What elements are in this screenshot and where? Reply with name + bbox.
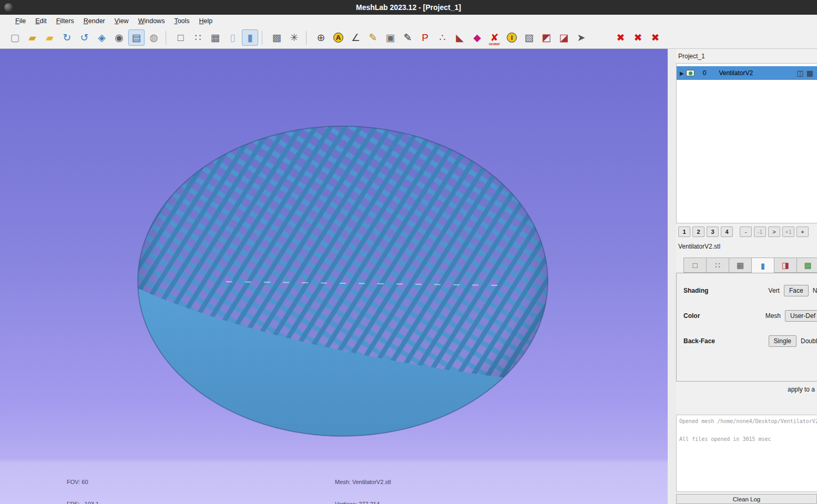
select-vertices-icon[interactable]: ∴ (434, 29, 451, 46)
delete-all-icon[interactable]: ✖ (647, 29, 663, 46)
tab-render-wire[interactable]: ▦ (729, 258, 751, 273)
layer-nav-button-minus-one[interactable]: -1 (754, 227, 766, 237)
render-texture-icon[interactable]: ▩ (269, 29, 285, 46)
render-properties-box: Shading Vert Face No Color Mesh User-Def… (676, 273, 817, 382)
shading-label: Shading (683, 287, 708, 294)
open-mesh-icon[interactable]: ▰ (42, 29, 58, 46)
layer-row[interactable]: ▶ 0 VentilatorV2 ◫▦ (677, 66, 817, 80)
layer-nav-button-1[interactable]: 1 (678, 227, 690, 237)
3d-viewport[interactable]: FOV: 60 FPS: 103.1 BO_RENDERING Mesh: Ve… (0, 49, 668, 504)
select-connected-icon[interactable]: ◩ (538, 29, 555, 46)
layer-name: VentilatorV2 (719, 69, 753, 77)
tab-render-points[interactable]: ∷ (706, 258, 729, 273)
menu-item-windows[interactable]: Windows (134, 16, 170, 26)
vertex-paint-icon[interactable]: ◆ (469, 29, 485, 46)
render-mode-tabs: □∷▦▮◨▩ (683, 258, 817, 273)
apply-to-all-label[interactable]: apply to a (788, 386, 815, 393)
trackball-icon[interactable]: ⊕ (313, 29, 329, 46)
layer-nav-button-plus-one[interactable]: +1 (782, 227, 794, 237)
new-project-icon[interactable]: ▢ (7, 29, 23, 46)
measure-tool-icon[interactable]: ∠ (348, 29, 364, 46)
color-row: Color Mesh User-Def (677, 309, 817, 323)
layer-nav-button-minus[interactable]: - (740, 227, 752, 237)
menu-item-help[interactable]: Help (195, 16, 218, 26)
menu-item-edit[interactable]: Edit (30, 16, 52, 26)
tab-render-solid[interactable]: ▮ (751, 258, 774, 273)
reload-all-icon[interactable]: ↺ (76, 29, 93, 46)
georef-icon[interactable]: ✘GEOREF (486, 29, 503, 46)
window-title: MeshLab 2023.12 - [Project_1] (356, 3, 461, 12)
layer-nav-button-plus[interactable]: + (796, 227, 809, 237)
hud-vertices: Vertices: 277,214 (335, 500, 391, 504)
copy-camera-icon[interactable]: ▣ (382, 29, 399, 46)
title-bar: MeshLab 2023.12 - [Project_1] (0, 0, 817, 15)
mesh-flags-wire-icon[interactable]: ▦ (806, 69, 813, 77)
menu-item-file[interactable]: File (11, 16, 30, 26)
pdf-export-icon[interactable]: P (417, 29, 433, 46)
tab-render-raster[interactable]: ▩ (796, 258, 817, 273)
shading-vert-option[interactable]: Vert (769, 287, 780, 294)
panel-splitter[interactable] (668, 49, 676, 504)
pick-arrow-icon[interactable]: ➤ (573, 29, 589, 46)
mesh-render (0, 49, 668, 504)
render-wireframe-icon[interactable]: ▦ (207, 29, 223, 46)
layer-list: ▶ 0 VentilatorV2 ◫▦ (676, 63, 817, 223)
toolbar: ▢▰▰↻↺◈◉▤◍□∷▦▯▮▩✳⊕A∠✎▣✎P∴◣◆✘GEOREFi▧◩◪➤✖✖… (0, 27, 817, 49)
menu-item-tools[interactable]: Tools (169, 16, 194, 26)
hud-fov: FOV: 60 (67, 478, 113, 486)
select-faces-icon[interactable]: ◣ (452, 29, 468, 46)
layer-panel: Project_1 ▶ 0 VentilatorV2 ◫▦ 1234--1>+1… (676, 49, 817, 504)
render-smooth-icon[interactable]: ▮ (242, 29, 258, 46)
open-project-icon[interactable]: ▰ (24, 29, 40, 46)
select-rect-icon[interactable]: ▧ (521, 29, 537, 46)
delete-current-raster-icon[interactable]: ✖ (630, 29, 646, 46)
layer-nav-button-2[interactable]: 2 (692, 227, 704, 237)
backface-row: Back-Face Single Double (677, 334, 817, 348)
color-label: Color (683, 312, 700, 320)
backface-single-button[interactable]: Single (769, 335, 796, 347)
save-mesh-icon[interactable]: ◈ (94, 29, 110, 46)
show-axis-icon[interactable]: ✳ (286, 29, 302, 46)
layer-index: 0 (703, 69, 707, 77)
layer-visibility-icon[interactable] (686, 70, 695, 76)
reload-mesh-icon[interactable]: ↻ (59, 29, 75, 46)
tab-render-quality[interactable]: ◨ (774, 258, 796, 273)
select-inverse-icon[interactable]: ◪ (556, 29, 572, 46)
shading-none-option[interactable]: No (813, 287, 817, 294)
mesh-object (84, 126, 557, 504)
render-bbox-icon[interactable]: □ (172, 29, 189, 46)
menu-item-render[interactable]: Render (79, 16, 110, 26)
paint-brush-icon[interactable]: ✎ (400, 29, 416, 46)
app-icon (4, 3, 13, 12)
show-layer-dialog-icon[interactable]: ▤ (128, 29, 145, 46)
layer-nav-button-next[interactable]: > (768, 227, 780, 237)
menu-item-view[interactable]: View (110, 16, 134, 26)
point-picking-icon[interactable]: ✎ (365, 29, 381, 46)
clean-log-button[interactable]: Clean Log (676, 494, 817, 504)
hud-mesh-name: Mesh: VentilatorV2.stl (335, 478, 391, 486)
color-userdef-button[interactable]: User-Def (785, 310, 817, 322)
menu-bar: FileEditFiltersRenderViewWindowsToolsHel… (0, 15, 817, 27)
shading-row: Shading Vert Face No (677, 284, 817, 297)
menu-item-filters[interactable]: Filters (52, 16, 79, 26)
mesh-file-label: VentilatorV2.stl (678, 243, 720, 250)
text-annotation-icon[interactable]: A (330, 29, 346, 46)
layer-nav-buttons: 1234--1>+1+ (676, 227, 817, 237)
save-snapshot-icon[interactable]: ◉ (111, 29, 127, 46)
tab-render-bbox[interactable]: □ (683, 258, 706, 273)
shading-face-button[interactable]: Face (784, 285, 809, 296)
expand-arrow-icon[interactable]: ▶ (680, 70, 684, 76)
layer-nav-button-4[interactable]: 4 (721, 227, 733, 237)
layer-nav-button-3[interactable]: 3 (707, 227, 719, 237)
clean-log-bar: Clean Log (676, 494, 817, 504)
mesh-flags-cube-icon[interactable]: ◫ (797, 69, 804, 77)
color-mesh-option[interactable]: Mesh (765, 312, 781, 320)
backface-double-option[interactable]: Double (801, 337, 817, 345)
render-flat-icon[interactable]: ▯ (224, 29, 241, 46)
render-points-icon[interactable]: ∷ (190, 29, 206, 46)
toolbar-separator (306, 31, 310, 45)
delete-current-mesh-icon[interactable]: ✖ (612, 29, 629, 46)
show-raster-icon[interactable]: ◍ (146, 29, 162, 46)
layer-row-icons: ◫▦ (797, 69, 817, 77)
info-icon[interactable]: i (504, 29, 520, 46)
